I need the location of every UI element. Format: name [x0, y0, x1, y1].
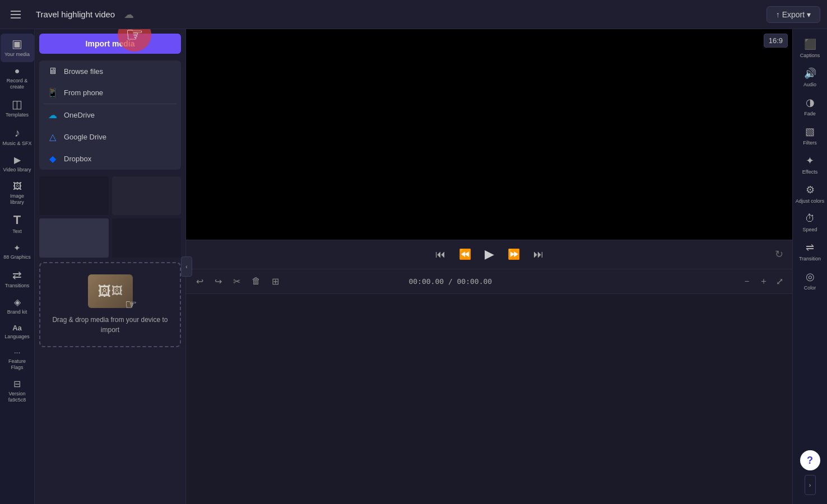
right-item-captions[interactable]: ⬛ Captions: [793, 34, 827, 63]
undo-button[interactable]: ↩: [193, 274, 207, 289]
music-sfx-icon: ♪: [15, 127, 20, 138]
transitions-icon: ⇄: [12, 269, 22, 281]
fade-icon: ◑: [806, 96, 815, 109]
import-media-button[interactable]: Import media: [39, 34, 181, 54]
timeline-area[interactable]: [186, 293, 792, 505]
audio-icon: 🔊: [804, 67, 816, 80]
drop-zone[interactable]: 🖼 ☞ Drag & drop media from your device t…: [39, 262, 181, 347]
main-layout: ▣ Your media ● Record & create ◫ Templat…: [0, 29, 827, 504]
panel-collapse-button[interactable]: ‹: [181, 256, 192, 277]
dropbox-label: Dropbox: [64, 155, 91, 163]
total-time: 00:00.00: [457, 277, 493, 286]
effects-icon: ✦: [806, 155, 814, 167]
frame-forward-button[interactable]: ⏩: [505, 246, 522, 263]
timeline-toolbar: ↩ ↪ ✂ 🗑 ⊞ 00:00.00 / 00:00.00 － ＋ ⤢: [186, 269, 792, 293]
sidebar-item-feature-flags[interactable]: ··· Feature Flags: [1, 344, 34, 375]
import-dropdown: 🖥 Browse files 📱 From phone ☁ OneDrive △…: [39, 60, 181, 170]
languages-icon: Aa: [12, 324, 22, 332]
media-thumb-2[interactable]: [112, 176, 182, 215]
hamburger-menu[interactable]: [7, 6, 25, 24]
add-track-button[interactable]: ⊞: [268, 274, 282, 289]
frame-back-button[interactable]: ⏪: [457, 246, 473, 263]
sidebar-item-image-library[interactable]: 🖼 Image library: [1, 178, 34, 210]
adjust-colors-icon: ⚙: [806, 184, 815, 196]
refresh-icon: ↻: [775, 248, 783, 260]
aspect-ratio-badge[interactable]: 16:9: [764, 34, 788, 48]
media-panel: ☞ Import media 🖥 Browse files 📱 From pho…: [35, 29, 186, 504]
from-phone-icon: 📱: [47, 87, 58, 98]
drop-zone-thumb-wrapper: 🖼 ☞: [88, 274, 133, 308]
right-item-filters[interactable]: ▧ Filters: [793, 121, 827, 150]
sidebar-label-languages: Languages: [4, 334, 30, 340]
time-display: 00:00.00 / 00:00.00: [408, 277, 492, 286]
right-sidebar-collapse-button[interactable]: ›: [805, 475, 816, 495]
video-library-icon: ▶: [14, 156, 21, 165]
media-thumb-1[interactable]: [39, 176, 109, 215]
onedrive-label: OneDrive: [64, 111, 95, 119]
effects-label: Effects: [802, 169, 817, 175]
media-thumb-3[interactable]: [39, 218, 109, 257]
graphics-icon: ✦: [13, 244, 21, 252]
record-create-icon: ●: [15, 67, 20, 76]
from-phone-item[interactable]: 📱 From phone: [39, 82, 181, 104]
sidebar-item-text[interactable]: T Text: [1, 209, 34, 239]
hand-drop-icon: ☞: [125, 297, 137, 312]
sidebar-label-text: Text: [12, 228, 22, 235]
captions-icon: ⬛: [804, 38, 816, 50]
right-item-color[interactable]: ◎ Color: [793, 266, 827, 295]
dropbox-item[interactable]: ◆ Dropbox: [39, 148, 181, 170]
sidebar-item-version[interactable]: ⊟ Version fa9c5c8: [1, 375, 34, 408]
right-item-fade[interactable]: ◑ Fade: [793, 92, 827, 121]
sidebar-item-record-create[interactable]: ● Record & create: [1, 62, 34, 95]
right-item-effects[interactable]: ✦ Effects: [793, 150, 827, 179]
text-icon: T: [13, 214, 21, 226]
cut-button[interactable]: ✂: [230, 274, 244, 289]
zoom-in-button[interactable]: ＋: [757, 274, 770, 288]
sidebar-item-transitions[interactable]: ⇄ Transitions: [1, 265, 34, 293]
sidebar-item-your-media[interactable]: ▣ Your media: [1, 34, 34, 62]
skip-to-start-button[interactable]: ⏮: [433, 246, 448, 263]
sidebar-item-brand-kit[interactable]: ◈ Brand kit: [1, 293, 34, 320]
sidebar-item-video-library[interactable]: ▶ Video library: [1, 151, 34, 178]
drop-zone-text: Drag & drop media from your device to im…: [52, 315, 169, 335]
right-item-transition[interactable]: ⇌ Transition: [793, 237, 827, 266]
zoom-out-button[interactable]: －: [740, 274, 754, 288]
media-thumb-4[interactable]: [112, 218, 182, 257]
speed-label: Speed: [802, 227, 817, 232]
browse-files-item[interactable]: 🖥 Browse files: [39, 60, 181, 82]
video-preview: [186, 29, 792, 240]
sidebar-item-music-sfx[interactable]: ♪ Music & SFX: [1, 123, 34, 151]
version-icon: ⊟: [13, 380, 21, 389]
top-bar: Travel highlight video ☁ ↑ Export ▾: [0, 0, 827, 29]
right-item-adjust-colors[interactable]: ⚙ Adjust colors: [793, 179, 827, 208]
preview-section: 16:9: [186, 29, 792, 240]
panel-content: 🖼 ☞ Drag & drop media from your device t…: [35, 172, 185, 504]
current-time: 00:00.00: [408, 277, 444, 286]
export-button[interactable]: ↑ Export ▾: [766, 6, 820, 23]
right-item-audio[interactable]: 🔊 Audio: [793, 63, 827, 92]
onedrive-item[interactable]: ☁ OneDrive: [39, 104, 181, 126]
google-drive-icon: △: [47, 132, 58, 142]
help-button[interactable]: ?: [800, 450, 820, 470]
redo-button[interactable]: ↪: [211, 274, 225, 289]
fit-to-window-button[interactable]: ⤢: [774, 275, 786, 288]
google-drive-item[interactable]: △ Google Drive: [39, 126, 181, 148]
play-button[interactable]: ▶: [482, 245, 496, 264]
browse-files-icon: 🖥: [47, 66, 58, 76]
fade-label: Fade: [804, 111, 816, 116]
sidebar-label-your-media: Your media: [4, 52, 30, 58]
sidebar-item-languages[interactable]: Aa Languages: [1, 320, 34, 344]
transition-icon: ⇌: [806, 241, 814, 254]
sidebar-label-image-library: Image library: [3, 193, 32, 206]
delete-button[interactable]: 🗑: [248, 274, 264, 288]
skip-to-end-button[interactable]: ⏭: [531, 246, 546, 263]
right-item-speed[interactable]: ⏱ Speed: [793, 208, 827, 237]
image-placeholder-icon: 🖼: [98, 283, 111, 299]
sidebar-label-version: Version fa9c5c8: [3, 391, 32, 403]
cloud-sync-icon: ☁: [124, 8, 134, 21]
sidebar-item-graphics[interactable]: ✦ 88 Graphics: [1, 239, 34, 265]
sidebar-item-templates[interactable]: ◫ Templates: [1, 94, 34, 123]
project-title: Travel highlight video: [36, 10, 115, 19]
dropbox-icon: ◆: [47, 153, 58, 164]
sidebar-label-feature-flags: Feature Flags: [3, 358, 32, 371]
